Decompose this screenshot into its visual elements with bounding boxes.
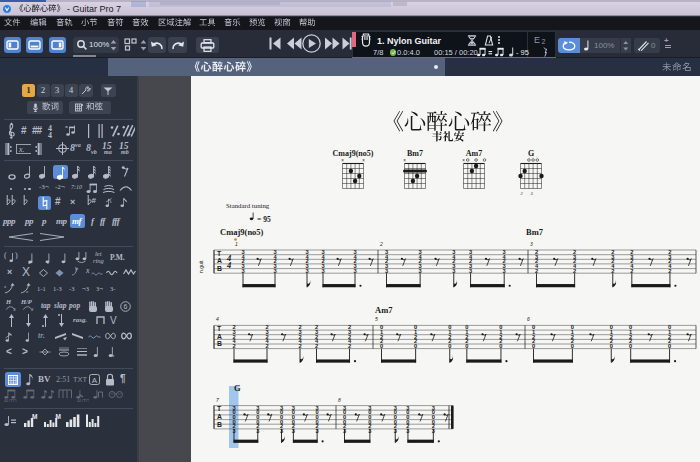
svg-text:A: A xyxy=(217,257,222,264)
svg-text:B: B xyxy=(217,265,222,272)
svg-text:M: M xyxy=(56,413,61,420)
svg-text:n.guit.: n.guit. xyxy=(198,259,204,273)
svg-text:×: × xyxy=(462,158,465,163)
svg-text:= 95: = 95 xyxy=(257,215,271,224)
svg-text:x.: x. xyxy=(18,145,25,154)
svg-text:0: 0 xyxy=(380,343,383,349)
svg-text:2: 2 xyxy=(630,268,633,274)
svg-text:3: 3 xyxy=(31,307,34,312)
svg-text:x: x xyxy=(25,289,29,294)
svg-text:3: 3 xyxy=(305,268,308,274)
svg-text:3: 3 xyxy=(469,268,472,274)
svg-text:3: 3 xyxy=(530,241,533,247)
svg-text:2: 2 xyxy=(379,241,383,247)
svg-text:3: 3 xyxy=(353,268,356,274)
svg-text:2: 2 xyxy=(232,343,235,349)
svg-text:T: T xyxy=(217,325,222,332)
svg-text:*: * xyxy=(112,354,115,358)
svg-text:2: 2 xyxy=(611,268,614,274)
svg-text:T: T xyxy=(217,405,222,412)
svg-text:Cmaj9(no5): Cmaj9(no5) xyxy=(220,227,264,237)
svg-text:Am7: Am7 xyxy=(466,149,482,158)
svg-text:7: 7 xyxy=(216,397,219,403)
svg-text:8: 8 xyxy=(338,397,341,403)
svg-text:A: A xyxy=(217,413,222,420)
svg-text:3: 3 xyxy=(241,268,244,274)
svg-text:0: 0 xyxy=(668,343,671,349)
svg-text:G: G xyxy=(528,149,534,158)
svg-text:3: 3 xyxy=(419,268,422,274)
svg-text:3: 3 xyxy=(452,268,455,274)
svg-text:G: G xyxy=(234,383,241,393)
svg-text:3: 3 xyxy=(273,268,276,274)
svg-text:2: 2 xyxy=(573,268,576,274)
svg-text:2: 2 xyxy=(265,343,268,349)
svg-text:x: x xyxy=(4,284,7,289)
svg-text:2: 2 xyxy=(315,343,318,349)
svg-text:B: B xyxy=(217,340,222,347)
svg-text:AUTO: AUTO xyxy=(4,399,17,403)
svg-text:2 3: 2 3 xyxy=(520,191,534,196)
svg-text:AUTO: AUTO xyxy=(77,399,89,403)
svg-text:Standard tuning: Standard tuning xyxy=(226,202,270,209)
svg-text:6: 6 xyxy=(124,303,128,310)
svg-text:3: 3 xyxy=(385,268,388,274)
svg-text:×: × xyxy=(403,158,406,163)
svg-text:A: A xyxy=(92,376,98,385)
svg-text:1: 1 xyxy=(235,241,238,247)
svg-text:×: × xyxy=(341,158,344,163)
svg-text:2: 2 xyxy=(298,343,301,349)
svg-text:3: 3 xyxy=(503,268,506,274)
svg-text:3: 3 xyxy=(13,307,16,312)
svg-text:A: A xyxy=(217,333,222,340)
svg-text:=: = xyxy=(65,124,68,130)
svg-text:6: 6 xyxy=(527,316,530,322)
svg-text:2: 2 xyxy=(668,268,671,274)
svg-text:5: 5 xyxy=(375,316,378,322)
svg-text:T: T xyxy=(217,250,222,257)
svg-text:0: 0 xyxy=(465,343,468,349)
svg-text:Bm7: Bm7 xyxy=(407,149,423,158)
svg-text:Bm7: Bm7 xyxy=(526,227,544,237)
svg-text:0: 0 xyxy=(414,343,417,349)
svg-text:4: 4 xyxy=(216,316,219,322)
svg-text:4: 4 xyxy=(226,260,231,270)
svg-text:0: 0 xyxy=(629,343,632,349)
svg-text:0: 0 xyxy=(571,343,574,349)
svg-text:B: B xyxy=(217,421,222,428)
svg-text:3: 3 xyxy=(321,268,324,274)
svg-text:0: 0 xyxy=(532,343,535,349)
svg-text:0: 0 xyxy=(448,343,451,349)
svg-text:0: 0 xyxy=(610,343,613,349)
svg-text:Cmaj9(no5): Cmaj9(no5) xyxy=(333,149,374,158)
svg-text:2: 2 xyxy=(348,343,351,349)
svg-text:Am7: Am7 xyxy=(375,305,393,315)
svg-text:2: 2 xyxy=(535,268,538,274)
svg-text:×: × xyxy=(362,158,365,163)
svg-text:0: 0 xyxy=(499,343,502,349)
svg-text:M: M xyxy=(32,413,37,420)
